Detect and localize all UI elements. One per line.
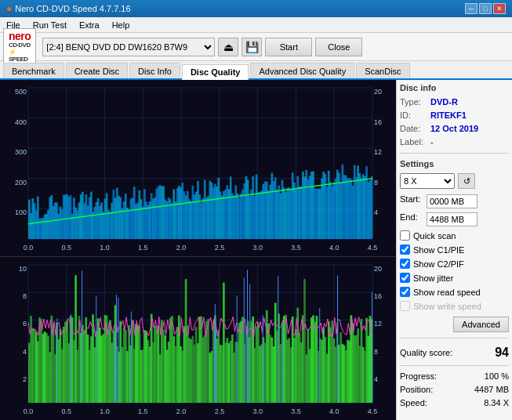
start-row: Start:: [400, 194, 509, 208]
tab-benchmark[interactable]: Benchmark: [3, 63, 64, 78]
show-read-speed-row: Show read speed: [400, 287, 509, 297]
app-icon: ●: [6, 3, 12, 14]
quick-scan-label: Quick scan: [413, 231, 456, 241]
progress-value: 100 %: [485, 371, 509, 381]
tab-createdisc[interactable]: Create Disc: [66, 63, 128, 78]
quick-scan-row: Quick scan: [400, 230, 509, 241]
nero-logo: nero CD·DVD⚡SPEED: [3, 28, 36, 66]
end-mb-input[interactable]: [427, 212, 478, 226]
show-jitter-checkbox[interactable]: [400, 273, 410, 283]
tab-scandisc[interactable]: ScanDisc: [356, 63, 409, 78]
titlebar: ● Nero CD-DVD Speed 4.7.7.16 ─ □ ✕: [0, 0, 512, 17]
speed-row: 8 X ↺: [400, 173, 509, 189]
date-value: 12 Oct 2019: [430, 124, 478, 133]
position-row: Position: 4487 MB: [400, 385, 509, 394]
show-c1pie-row: Show C1/PIE: [400, 244, 509, 255]
tab-discquality[interactable]: Disc Quality: [182, 64, 249, 80]
top-chart-canvas: [0, 80, 396, 256]
id-value: RITEKF1: [430, 110, 467, 120]
divider2: [400, 338, 509, 339]
main-content: PI Errors Average: 89.97 Maximum: 283 To…: [0, 80, 512, 420]
date-label: Date:: [400, 124, 427, 133]
divider3: [400, 365, 509, 366]
show-jitter-label: Show jitter: [413, 273, 453, 283]
show-read-speed-label: Show read speed: [413, 288, 481, 297]
show-write-speed-row: Show write speed: [400, 301, 509, 311]
disc-info-title: Disc info: [400, 83, 509, 92]
disc-label-value: -: [430, 137, 434, 147]
titlebar-buttons[interactable]: ─ □ ✕: [465, 3, 506, 14]
show-write-speed-label: Show write speed: [413, 302, 481, 311]
titlebar-title: Nero CD-DVD Speed 4.7.7.16: [15, 4, 130, 13]
disc-label-label: Label:: [400, 137, 427, 147]
show-c2pif-label: Show C2/PIF: [413, 259, 464, 269]
show-c2pif-checkbox[interactable]: [400, 259, 410, 269]
minimize-button[interactable]: ─: [465, 3, 478, 14]
start-mb-label: Start:: [400, 194, 423, 208]
show-jitter-row: Show jitter: [400, 273, 509, 283]
titlebar-left: ● Nero CD-DVD Speed 4.7.7.16: [6, 3, 131, 14]
show-c2pif-row: Show C2/PIF: [400, 259, 509, 269]
right-panel: Disc info Type: DVD-R ID: RITEKF1 Date: …: [396, 80, 512, 420]
start-mb-input[interactable]: [427, 194, 478, 208]
show-write-speed-checkbox[interactable]: [400, 301, 410, 311]
menubar: File Run Test Extra Help: [0, 17, 512, 33]
speed-value: 8.34 X: [484, 398, 509, 407]
date-row: Date: 12 Oct 2019: [400, 124, 509, 133]
maximize-button[interactable]: □: [479, 3, 492, 14]
position-label: Position:: [400, 385, 433, 394]
progress-label: Progress:: [400, 371, 437, 381]
show-read-speed-checkbox[interactable]: [400, 287, 410, 297]
toolbar: nero CD·DVD⚡SPEED [2:4] BENQ DVD DD DW16…: [0, 33, 512, 61]
menu-help[interactable]: Help: [106, 19, 136, 31]
drive-selector[interactable]: [2:4] BENQ DVD DD DW1620 B7W9: [42, 38, 215, 56]
end-mb-label: End:: [400, 212, 423, 226]
id-row: ID: RITEKF1: [400, 110, 509, 120]
speed-label: Speed:: [400, 398, 427, 407]
save-icon[interactable]: 💾: [241, 38, 262, 56]
speed-selector[interactable]: 8 X: [400, 173, 455, 189]
type-value: DVD-R: [430, 97, 458, 107]
eject-icon[interactable]: ⏏: [218, 38, 238, 56]
refresh-icon[interactable]: ↺: [458, 173, 475, 189]
progress-row: Progress: 100 %: [400, 371, 509, 381]
end-row: End:: [400, 212, 509, 226]
divider1: [400, 153, 509, 154]
quick-scan-checkbox[interactable]: [400, 230, 410, 241]
menu-extra[interactable]: Extra: [73, 19, 106, 31]
start-button[interactable]: Start: [265, 38, 312, 56]
close-window-button[interactable]: ✕: [493, 3, 506, 14]
bottom-chart-canvas: [0, 257, 396, 420]
show-c1pie-label: Show C1/PIE: [413, 245, 464, 255]
quality-label: Quality score:: [400, 348, 452, 357]
id-label: ID:: [400, 110, 427, 120]
tab-advanceddiscquality[interactable]: Advanced Disc Quality: [250, 63, 354, 78]
label-row: Label: -: [400, 137, 509, 147]
settings-title: Settings: [400, 159, 509, 168]
show-c1pie-checkbox[interactable]: [400, 244, 410, 255]
quality-row: Quality score: 94: [400, 346, 509, 360]
chart-top: [0, 80, 396, 257]
speed-row2: Speed: 8.34 X: [400, 398, 509, 407]
type-row: Type: DVD-R: [400, 97, 509, 107]
quality-score: 94: [495, 346, 509, 360]
advanced-button[interactable]: Advanced: [453, 317, 509, 332]
charts-area: PI Errors Average: 89.97 Maximum: 283 To…: [0, 80, 396, 420]
type-label: Type:: [400, 97, 427, 107]
position-value: 4487 MB: [474, 385, 509, 394]
tab-discinfo[interactable]: Disc Info: [129, 63, 180, 78]
tabs: Benchmark Create Disc Disc Info Disc Qua…: [0, 61, 512, 80]
chart-bottom: [0, 257, 396, 420]
close-button[interactable]: Close: [315, 38, 362, 56]
